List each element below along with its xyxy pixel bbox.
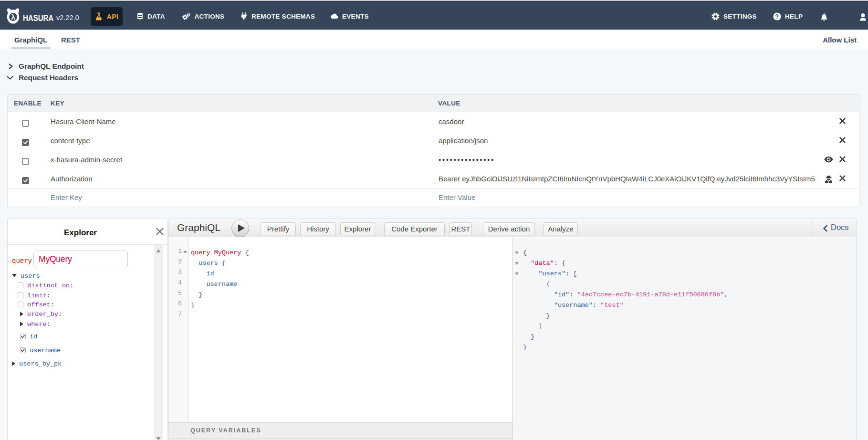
svg-text:?: ? [775,13,779,20]
svg-text:λ: λ [11,13,15,21]
